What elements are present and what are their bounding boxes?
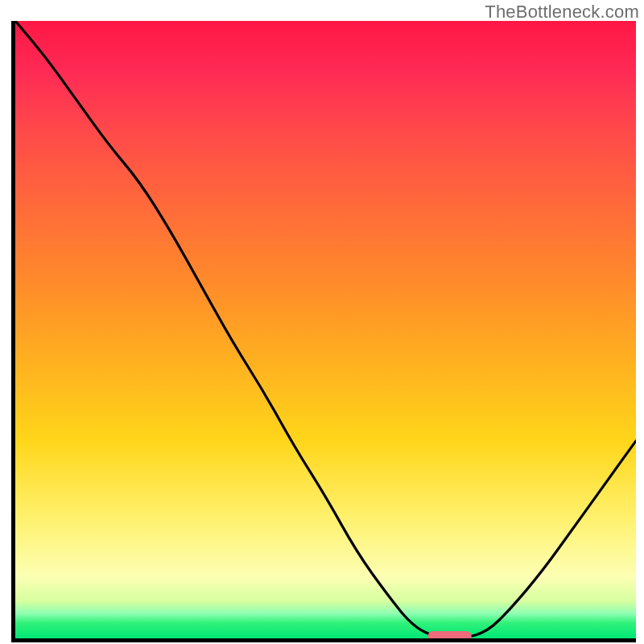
plot-area — [11, 21, 636, 642]
optimal-marker — [428, 631, 472, 638]
bottleneck-curve — [15, 21, 636, 638]
watermark-text: TheBottleneck.com — [485, 2, 639, 23]
bottleneck-chart: TheBottleneck.com — [0, 0, 644, 644]
curve-overlay — [15, 21, 636, 638]
